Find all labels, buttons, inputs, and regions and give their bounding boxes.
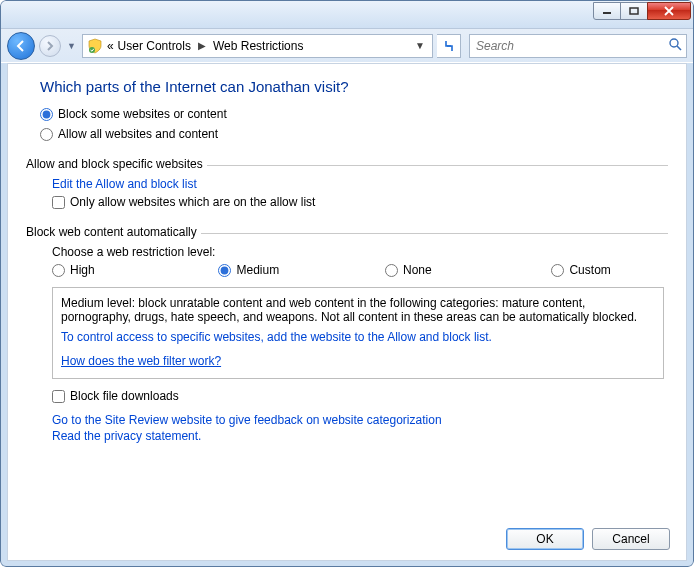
back-arrow-icon: [14, 39, 28, 53]
radio-level-medium-input[interactable]: [218, 264, 231, 277]
section-auto-title: Block web content automatically: [26, 225, 197, 239]
divider: [201, 233, 668, 234]
svg-point-3: [670, 39, 678, 47]
only-allowlist-checkbox-row[interactable]: Only allow websites which are on the all…: [52, 195, 668, 209]
radio-block-some[interactable]: Block some websites or content: [40, 107, 668, 121]
only-allowlist-checkbox[interactable]: [52, 196, 65, 209]
how-filter-works-link[interactable]: How does the web filter work?: [61, 354, 221, 368]
radio-allow-all[interactable]: Allow all websites and content: [40, 127, 668, 141]
minimize-button[interactable]: [593, 2, 621, 20]
section-auto-header: Block web content automatically: [26, 225, 668, 239]
cancel-button[interactable]: Cancel: [592, 528, 670, 550]
address-dropdown-icon[interactable]: ▼: [412, 40, 428, 51]
history-dropdown[interactable]: ▼: [65, 41, 78, 51]
level-description-text: Medium level: block unratable content an…: [61, 296, 637, 324]
content-area: Which parts of the Internet can Jonathan…: [7, 63, 687, 561]
search-box[interactable]: [469, 34, 687, 58]
choose-level-label: Choose a web restriction level:: [52, 245, 668, 259]
breadcrumb-item-1[interactable]: User Controls: [118, 39, 191, 53]
refresh-icon: [442, 39, 456, 53]
only-allowlist-label: Only allow websites which are on the all…: [70, 195, 315, 209]
shield-icon: [87, 38, 103, 54]
chevron-right-icon[interactable]: ▶: [195, 40, 209, 51]
radio-level-high-input[interactable]: [52, 264, 65, 277]
site-review-link[interactable]: Go to the Site Review website to give fe…: [52, 413, 442, 427]
radio-level-medium-label: Medium: [236, 263, 279, 277]
radio-level-custom[interactable]: Custom: [551, 263, 668, 277]
forward-arrow-icon: [45, 41, 55, 51]
divider: [207, 165, 668, 166]
radio-allow-all-input[interactable]: [40, 128, 53, 141]
forward-button[interactable]: [39, 35, 61, 57]
nav-bar: ▼ « User Controls ▶ Web Restrictions ▼: [1, 29, 693, 63]
window-controls: [594, 2, 691, 20]
radio-level-high[interactable]: High: [52, 263, 218, 277]
privacy-statement-link[interactable]: Read the privacy statement.: [52, 429, 201, 443]
titlebar: [1, 1, 693, 29]
radio-level-high-label: High: [70, 263, 95, 277]
radio-allow-all-label: Allow all websites and content: [58, 127, 218, 141]
restriction-level-group: High Medium None Custom: [52, 263, 668, 277]
svg-rect-1: [630, 8, 638, 14]
radio-level-custom-label: Custom: [569, 263, 610, 277]
radio-level-medium[interactable]: Medium: [218, 263, 384, 277]
address-bar[interactable]: « User Controls ▶ Web Restrictions ▼: [82, 34, 433, 58]
maximize-button[interactable]: [620, 2, 648, 20]
refresh-button[interactable]: [437, 34, 461, 58]
edit-allow-block-link[interactable]: Edit the Allow and block list: [52, 177, 197, 191]
block-downloads-checkbox[interactable]: [52, 390, 65, 403]
radio-block-some-label: Block some websites or content: [58, 107, 227, 121]
svg-line-4: [677, 46, 681, 50]
svg-rect-0: [603, 12, 611, 14]
search-icon[interactable]: [668, 37, 682, 54]
minimize-icon: [602, 7, 612, 15]
section-allow-block-header: Allow and block specific websites: [26, 157, 668, 171]
back-button[interactable]: [7, 32, 35, 60]
close-icon: [663, 6, 675, 16]
svg-point-2: [89, 47, 95, 53]
page-title: Which parts of the Internet can Jonathan…: [40, 78, 668, 95]
radio-level-none[interactable]: None: [385, 263, 551, 277]
radio-level-custom-input[interactable]: [551, 264, 564, 277]
window-frame: ▼ « User Controls ▶ Web Restrictions ▼: [0, 0, 694, 567]
block-downloads-label: Block file downloads: [70, 389, 179, 403]
level-description-box: Medium level: block unratable content an…: [52, 287, 664, 379]
radio-level-none-label: None: [403, 263, 432, 277]
breadcrumb-item-2[interactable]: Web Restrictions: [213, 39, 303, 53]
radio-block-some-input[interactable]: [40, 108, 53, 121]
breadcrumb-prefix: «: [107, 39, 114, 53]
search-input[interactable]: [474, 38, 668, 54]
close-button[interactable]: [647, 2, 691, 20]
dialog-buttons: OK Cancel: [506, 528, 670, 550]
ok-button[interactable]: OK: [506, 528, 584, 550]
radio-level-none-input[interactable]: [385, 264, 398, 277]
maximize-icon: [629, 7, 639, 15]
section-allow-block-title: Allow and block specific websites: [26, 157, 203, 171]
block-downloads-row[interactable]: Block file downloads: [52, 389, 668, 403]
control-access-link[interactable]: To control access to specific websites, …: [61, 330, 655, 344]
